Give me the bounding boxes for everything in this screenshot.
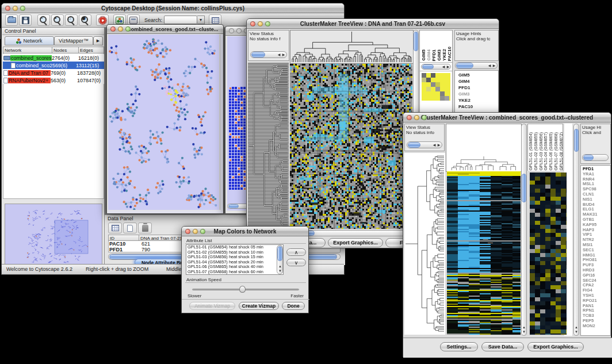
heatmap-vscrollbar[interactable]: ▲ ▼: [521, 124, 527, 336]
export-graphics-button[interactable]: Export Graphics...: [527, 342, 584, 351]
minimize-icon[interactable]: [118, 26, 123, 32]
view-status-scrollbar[interactable]: ◀ ▶: [407, 141, 442, 148]
network-hscrollbar[interactable]: [108, 210, 223, 213]
col-header-edges[interactable]: Edges: [79, 47, 104, 53]
label-hscrollbar[interactable]: ◀ ▶: [421, 64, 451, 70]
array-label[interactable]: GPL51-07 (GSM868): [554, 132, 559, 170]
new-attribute-button[interactable]: [123, 223, 137, 233]
scroll-left-icon[interactable]: ◀: [441, 65, 446, 69]
tab-overflow-button[interactable]: ▶: [93, 36, 103, 45]
window-controls[interactable]: [110, 26, 131, 32]
close-icon[interactable]: [5, 6, 10, 11]
array-label[interactable]: GIM4: [426, 49, 431, 61]
animate-vizmap-button[interactable]: Animate Vizmap: [189, 302, 235, 310]
create-vizmap-button[interactable]: Create Vizmap: [239, 302, 279, 310]
array-label[interactable]: PAC10: [447, 47, 452, 61]
move-down-button[interactable]: ∨: [286, 259, 306, 266]
column-dendrogram-canvas[interactable]: [446, 124, 522, 172]
scroll-thumb[interactable]: [522, 174, 526, 202]
network-row-selected[interactable]: combined_sco 2569(6) 13112(15): [3, 62, 104, 69]
array-label[interactable]: GIM3: [437, 49, 442, 61]
scroll-left-icon[interactable]: ◀: [432, 143, 437, 147]
array-label[interactable]: GPL51-06 (GSM865): [549, 132, 554, 170]
zoom-window-icon[interactable]: [265, 21, 270, 26]
gene-label[interactable]: PAC10: [458, 104, 498, 110]
network-overview-canvas[interactable]: [5, 204, 102, 264]
main-titlebar[interactable]: Cytoscape Desktop (Session Name: collins…: [2, 3, 344, 13]
row-dendrogram-canvas[interactable]: [248, 63, 289, 229]
close-icon[interactable]: [110, 26, 116, 32]
network-row[interactable]: RNAPuberNov2+ 563(0) 107847(0): [3, 76, 104, 84]
network-overview-panel[interactable]: [5, 204, 102, 265]
window-controls[interactable]: [185, 229, 205, 234]
table-cell[interactable]: 621: [141, 241, 150, 247]
treeview1-titlebar[interactable]: ClusterMaker TreeView : DNA and Tran 07-…: [247, 19, 499, 29]
detail-heatmap-canvas[interactable]: [530, 173, 567, 335]
zoom-selected-button[interactable]: ◉: [79, 14, 91, 26]
scroll-right-icon[interactable]: ▶: [446, 65, 450, 69]
scroll-up-icon[interactable]: ▲: [522, 325, 526, 329]
dialog-titlebar[interactable]: Map Colors to Network: [182, 227, 308, 236]
scroll-down-icon[interactable]: ▼: [278, 269, 282, 273]
save-data-button[interactable]: Save Data...: [481, 342, 524, 351]
array-label[interactable]: GPL51-08 (GSM872): [559, 132, 563, 170]
scroll-down-icon[interactable]: ▼: [522, 330, 526, 334]
network-view-titlebar[interactable]: combined_scores_good.txt--cluste...: [107, 25, 223, 34]
array-label[interactable]: GPL51-01 (GSM854): [529, 132, 534, 170]
minimize-icon[interactable]: [258, 21, 263, 26]
search-dropdown-button[interactable]: ▾: [197, 16, 205, 24]
array-label[interactable]: GPL51-02 (GSM855): [534, 132, 539, 170]
save-session-button[interactable]: [19, 14, 32, 26]
scroll-thumb[interactable]: [228, 204, 239, 208]
open-session-button[interactable]: [5, 14, 18, 26]
usage-scrollbar[interactable]: ◀ ▶: [455, 62, 498, 69]
zoom-window-icon[interactable]: [125, 26, 131, 32]
done-button[interactable]: Done: [282, 302, 305, 310]
tab-vizmapper[interactable]: VizMapper™: [54, 36, 93, 45]
scroll-thumb[interactable]: [277, 246, 282, 261]
heatmap-canvas[interactable]: [290, 64, 412, 229]
correlation-mini-heatmap[interactable]: [422, 73, 450, 101]
attribute-list-scrollbar[interactable]: ▲ ▼: [277, 245, 283, 274]
float-panel-icon[interactable]: [0, 28, 1, 39]
close-icon[interactable]: [407, 115, 412, 120]
col-header-id[interactable]: ID: [108, 235, 139, 241]
zoom-in-button[interactable]: +: [51, 14, 64, 26]
scroll-thumb[interactable]: [422, 64, 434, 69]
scroll-thumb[interactable]: [414, 32, 418, 51]
export-graphics-button[interactable]: Export Graphics...: [328, 238, 383, 247]
attribute-item[interactable]: GPL51-07 (GSM868) heat shock 60 min: [186, 270, 283, 275]
minimize-icon[interactable]: [236, 28, 242, 33]
array-label[interactable]: GIM5: [421, 49, 426, 61]
zoom-out-button[interactable]: −: [37, 14, 50, 26]
network-vscrollbar[interactable]: [220, 35, 223, 210]
scroll-right-icon[interactable]: ▶: [492, 64, 496, 68]
close-icon[interactable]: [185, 229, 190, 234]
scroll-up-icon[interactable]: ▲: [278, 265, 282, 269]
scroll-left-icon[interactable]: ◀: [487, 64, 492, 68]
zoom-fit-button[interactable]: □: [65, 14, 78, 26]
treeview2-titlebar[interactable]: ClusterMaker TreeView : combined_scores_…: [403, 113, 611, 122]
scroll-right-icon[interactable]: ▶: [437, 143, 441, 147]
minimize-icon[interactable]: [13, 6, 18, 11]
network-row[interactable]: combined_scores 2764(0) 16218(0): [3, 54, 104, 62]
tab-network[interactable]: Network: [5, 36, 54, 45]
gene-label[interactable]: GIM3: [458, 91, 498, 97]
array-label[interactable]: YKE2: [442, 49, 447, 61]
usage-scrollbar[interactable]: [582, 154, 609, 161]
array-label[interactable]: PFD1: [431, 49, 437, 61]
gene-label[interactable]: PFD1: [458, 85, 498, 91]
zoom-window-icon[interactable]: [422, 115, 427, 120]
scroll-up-icon[interactable]: ▲: [574, 325, 579, 329]
scroll-thumb[interactable]: [251, 52, 265, 58]
scroll-thumb[interactable]: [408, 142, 420, 148]
window-controls[interactable]: [407, 115, 427, 120]
scroll-thumb[interactable]: [574, 129, 579, 152]
scroll-thumb[interactable]: [456, 63, 473, 68]
close-icon[interactable]: [229, 28, 234, 33]
speed-slider-track[interactable]: [192, 289, 299, 290]
col-header-nodes[interactable]: Nodes: [52, 47, 79, 53]
gene-label[interactable]: MON2: [583, 324, 610, 329]
scroll-down-icon[interactable]: ▼: [574, 330, 579, 334]
window-controls[interactable]: [250, 21, 270, 26]
